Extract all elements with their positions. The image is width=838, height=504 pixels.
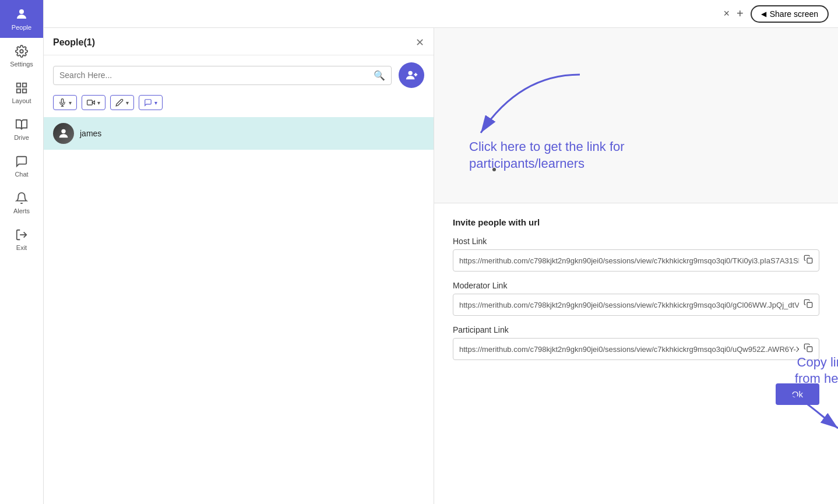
- chat-icon: [15, 155, 28, 170]
- participant-row-james[interactable]: james: [44, 117, 434, 150]
- click-here-annotation: Click here to get the link for participa…: [469, 63, 667, 172]
- pen-toolbar-button[interactable]: ▾: [110, 95, 134, 110]
- topbar-close-button[interactable]: ×: [724, 8, 730, 20]
- moderator-link-section: Moderator Link: [453, 281, 819, 316]
- sidebar-item-alerts-label: Alerts: [13, 208, 30, 214]
- search-icon[interactable]: 🔍: [374, 70, 385, 81]
- invite-panel: Invite people with url Host Link: [434, 203, 838, 504]
- share-screen-arrow-icon: ◀: [761, 10, 766, 18]
- sidebar: People Settings Layout Dri: [0, 0, 44, 504]
- svg-rect-16: [807, 258, 812, 263]
- svg-rect-17: [807, 302, 812, 308]
- invite-title: Invite people with url: [453, 217, 819, 227]
- sidebar-item-settings-label: Settings: [10, 61, 33, 68]
- host-link-label: Host Link: [453, 237, 819, 246]
- participant-name: james: [80, 129, 101, 138]
- sidebar-item-settings[interactable]: Settings: [0, 38, 43, 75]
- exit-icon: [15, 228, 28, 243]
- moderator-link-label: Moderator Link: [453, 281, 819, 290]
- svg-point-14: [61, 129, 65, 133]
- ok-button-row: Ok: [453, 372, 819, 405]
- drive-icon: [15, 118, 28, 133]
- mic-chevron-icon: ▾: [69, 100, 72, 106]
- sidebar-item-layout-label: Layout: [12, 98, 31, 104]
- sidebar-item-exit-label: Exit: [16, 245, 27, 251]
- sidebar-item-drive[interactable]: Drive: [0, 111, 43, 148]
- search-row: 🔍: [44, 55, 434, 95]
- search-input[interactable]: [59, 71, 374, 80]
- click-here-arrow: [469, 63, 586, 144]
- sidebar-item-people-label: People: [12, 24, 31, 31]
- moderator-link-copy-button[interactable]: [804, 299, 813, 311]
- copy-link-arrow: [780, 387, 838, 434]
- content-area: People(1) ✕ 🔍: [44, 28, 838, 504]
- sidebar-item-layout[interactable]: Layout: [0, 75, 43, 111]
- participant-link-section: Participant Link: [453, 325, 819, 360]
- participant-link-copy-button[interactable]: [804, 343, 813, 355]
- svg-rect-3: [23, 83, 26, 87]
- avatar: [53, 123, 74, 144]
- sidebar-item-people[interactable]: People: [0, 0, 43, 38]
- mic-toolbar-button[interactable]: ▾: [53, 95, 77, 110]
- cam-toolbar-button[interactable]: ▾: [82, 95, 105, 110]
- bell-icon: [15, 192, 28, 206]
- host-link-input[interactable]: [459, 256, 799, 265]
- click-here-text: Click here to get the link for participa…: [469, 139, 667, 172]
- topbar: × + ◀ Share screen: [44, 0, 838, 28]
- sidebar-item-alerts[interactable]: Alerts: [0, 185, 43, 221]
- toolbar-row: ▾ ▾ ▾: [44, 95, 434, 117]
- people-panel-title: People(1): [53, 37, 95, 48]
- chat-toolbar-button[interactable]: ▾: [139, 95, 163, 110]
- copy-link-annotation: Copy linkfrom here: [780, 354, 838, 434]
- add-person-button[interactable]: [399, 62, 424, 88]
- participant-link-input[interactable]: [459, 345, 799, 354]
- settings-icon: [15, 45, 28, 59]
- host-link-section: Host Link: [453, 237, 819, 272]
- sidebar-item-chat[interactable]: Chat: [0, 148, 43, 185]
- svg-rect-5: [23, 89, 26, 93]
- main-area: × + ◀ Share screen People(1) ✕ 🔍: [44, 0, 838, 504]
- sidebar-item-exit[interactable]: Exit: [0, 221, 43, 258]
- participant-link-field: [453, 338, 819, 360]
- svg-rect-2: [17, 83, 20, 87]
- cam-chevron-icon: ▾: [97, 100, 100, 106]
- host-link-copy-button[interactable]: [804, 255, 813, 266]
- svg-rect-4: [17, 89, 20, 93]
- annotation-area: Click here to get the link for participa…: [434, 28, 838, 504]
- people-panel: People(1) ✕ 🔍: [44, 28, 434, 504]
- layout-icon: [15, 82, 28, 96]
- svg-point-1: [20, 50, 23, 53]
- people-panel-header: People(1) ✕: [44, 28, 434, 55]
- share-screen-label: Share screen: [770, 9, 818, 19]
- moderator-link-field: [453, 294, 819, 316]
- people-icon: [15, 7, 29, 23]
- copy-link-text: Copy linkfrom here: [795, 354, 838, 387]
- svg-marker-12: [92, 101, 94, 104]
- moderator-link-input[interactable]: [459, 301, 799, 309]
- svg-rect-18: [807, 347, 812, 352]
- svg-point-0: [19, 9, 24, 14]
- svg-rect-13: [87, 100, 93, 105]
- topbar-plus-button[interactable]: +: [737, 7, 744, 20]
- people-panel-close-button[interactable]: ✕: [416, 36, 424, 49]
- share-screen-button[interactable]: ◀ Share screen: [751, 5, 829, 23]
- participant-link-label: Participant Link: [453, 325, 819, 334]
- svg-point-7: [409, 71, 413, 75]
- host-link-field: [453, 249, 819, 272]
- pen-chevron-icon: ▾: [126, 100, 129, 106]
- search-box[interactable]: 🔍: [53, 66, 392, 85]
- sidebar-item-drive-label: Drive: [14, 135, 29, 141]
- chat-chevron-icon: ▾: [154, 100, 157, 106]
- sidebar-item-chat-label: Chat: [15, 171, 28, 178]
